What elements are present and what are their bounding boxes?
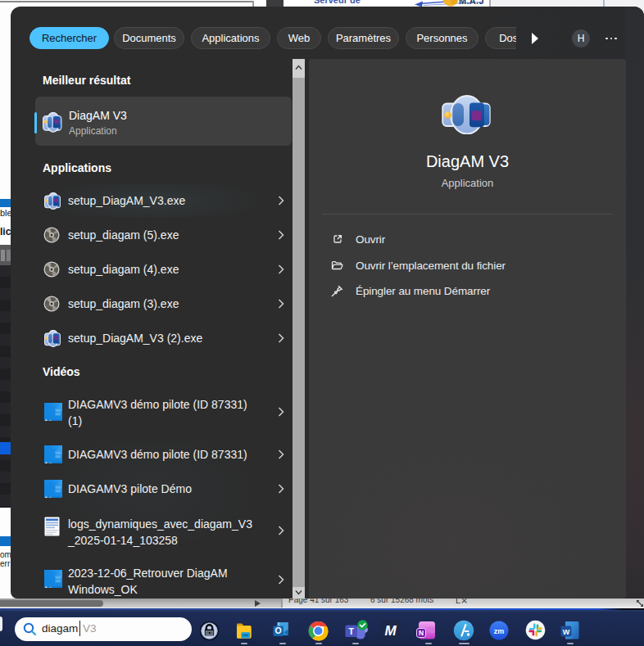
svg-text:O: O <box>275 626 282 635</box>
svg-text:M: M <box>384 622 397 638</box>
svg-text:W: W <box>563 627 570 635</box>
svg-text:zm: zm <box>494 627 505 635</box>
svg-text:T: T <box>348 626 354 636</box>
svg-text:N: N <box>419 629 424 637</box>
